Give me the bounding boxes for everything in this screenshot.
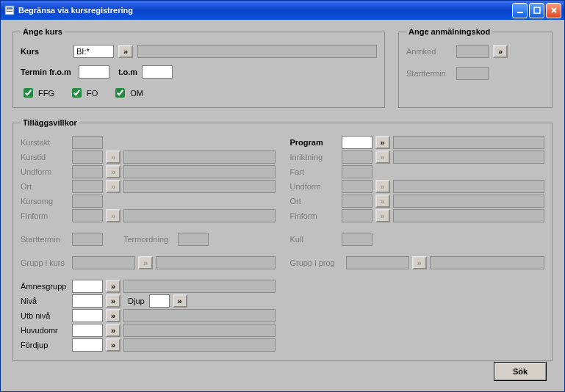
finform-r-picker-button[interactable]: » [375, 209, 390, 222]
kurstid-input [72, 150, 103, 164]
anmkod-label: Anmkod [406, 47, 452, 56]
termin-to-label: t.o.m [118, 68, 137, 76]
fo-checkbox-wrap[interactable]: FO [69, 86, 98, 100]
om-checkbox[interactable] [115, 88, 125, 98]
niva-input[interactable] [72, 294, 103, 308]
finform-picker-button[interactable]: » [106, 209, 120, 222]
search-button[interactable]: Sök [494, 362, 547, 381]
fordjup-input[interactable] [72, 338, 103, 352]
undform-r-label: Undform [290, 182, 339, 191]
ort-input [72, 180, 103, 193]
svg-rect-2 [7, 10, 12, 10]
undform-r-picker-button[interactable]: » [375, 180, 390, 193]
grupp-kurs-picker-button[interactable]: » [138, 256, 153, 269]
grupp-prog-display [430, 256, 545, 269]
ort-display [123, 180, 276, 193]
window: Begränsa via kursregistrering Ange kurs … [0, 0, 565, 392]
minimize-button[interactable] [512, 3, 528, 18]
grupp-prog-label: Grupp i prog [290, 258, 343, 267]
undform-label: Undform [21, 167, 69, 176]
right-column: Program» Inriktning» Fart Undform» Ort» … [290, 136, 545, 353]
inriktning-input [342, 150, 373, 164]
ort-picker-button[interactable]: » [106, 180, 120, 193]
finform-r-display [393, 209, 545, 222]
termin-from-input[interactable] [79, 65, 109, 79]
ange-kurs-group: Ange kurs Kurs » Termin fr.o.m t.o.m FFG… [12, 27, 385, 108]
amnesgrupp-label: Ämnesgrupp [21, 282, 69, 291]
undform-display [123, 165, 276, 178]
window-buttons [512, 3, 561, 18]
fo-label: FO [87, 89, 98, 98]
djup-input[interactable] [149, 294, 170, 308]
starttermin-input [72, 233, 103, 246]
ange-anmkod-legend: Ange anmälningskod [406, 27, 492, 36]
termin-from-label: Termin fr.o.m [21, 68, 71, 76]
tillaggsvillkor-legend: Tilläggsvillkor [21, 118, 79, 127]
fordjup-picker-button[interactable]: » [106, 338, 120, 352]
anmkod-picker-button[interactable]: » [493, 45, 508, 58]
grupp-kurs-label: Grupp i kurs [21, 258, 69, 267]
om-checkbox-wrap[interactable]: OM [112, 86, 143, 100]
niva-picker-button[interactable]: » [106, 294, 120, 308]
niva-label: Nivå [21, 297, 69, 305]
program-label: Program [290, 138, 339, 147]
ffg-checkbox[interactable] [24, 88, 33, 98]
om-label: OM [130, 89, 143, 98]
svg-rect-1 [7, 7, 12, 9]
utbniva-picker-button[interactable]: » [106, 309, 120, 322]
grupp-kurs-display [156, 256, 276, 269]
ffg-checkbox-wrap[interactable]: FFG [21, 86, 54, 100]
grupp-prog-picker-button[interactable]: » [412, 256, 427, 269]
svg-rect-3 [7, 11, 12, 12]
huvudomr-input[interactable] [72, 324, 103, 337]
anmkod-input [456, 45, 489, 58]
kursomg-input [72, 195, 103, 208]
huvudomr-label: Huvudomr [21, 326, 69, 335]
finform-r-label: Finform [290, 211, 339, 220]
inriktning-display [393, 150, 545, 164]
kurstid-display [123, 150, 276, 164]
huvudomr-picker-button[interactable]: » [106, 324, 120, 337]
kurs-picker-button[interactable]: » [118, 45, 133, 58]
titlebar: Begränsa via kursregistrering [1, 1, 564, 20]
kull-label: Kull [290, 235, 339, 244]
svg-rect-5 [534, 7, 540, 13]
finform-display [123, 209, 276, 222]
ffg-label: FFG [38, 89, 54, 98]
fart-input [342, 165, 373, 178]
svg-rect-4 [517, 12, 523, 13]
kurs-input[interactable] [73, 45, 114, 58]
termin-to-input[interactable] [142, 65, 173, 79]
program-picker-button[interactable]: » [375, 136, 390, 149]
program-display [393, 136, 545, 149]
kull-input [342, 233, 373, 246]
ange-anmkod-group: Ange anmälningskod Anmkod » Starttermin [398, 27, 553, 108]
fo-checkbox[interactable] [72, 88, 82, 98]
kursomg-label: Kursomg [21, 197, 69, 206]
finform-r-input [342, 209, 373, 222]
tillaggsvillkor-group: Tilläggsvillkor Kurstakt Kurstid» Undfor… [12, 118, 553, 361]
amnesgrupp-picker-button[interactable]: » [106, 280, 120, 293]
amnesgrupp-input[interactable] [72, 280, 103, 293]
ort-label: Ort [21, 182, 69, 191]
ort-r-label: Ort [290, 197, 339, 206]
kurstid-picker-button[interactable]: » [106, 150, 120, 164]
undform-r-display [393, 180, 545, 193]
utbniva-label: Utb nivå [21, 311, 69, 320]
maximize-button[interactable] [529, 3, 544, 18]
inriktning-picker-button[interactable]: » [375, 150, 390, 164]
program-input[interactable] [342, 136, 373, 149]
ort-r-picker-button[interactable]: » [375, 195, 390, 208]
window-title: Begränsa via kursregistrering [18, 6, 512, 15]
amnesgrupp-display [123, 280, 276, 293]
anm-starttermin-input [456, 67, 489, 80]
kurstid-label: Kurstid [21, 153, 69, 161]
undform-picker-button[interactable]: » [106, 165, 120, 178]
ort-r-input [342, 195, 373, 208]
fart-label: Fart [290, 167, 339, 176]
utbniva-input[interactable] [72, 309, 103, 322]
djup-picker-button[interactable]: » [173, 294, 187, 308]
close-button[interactable] [546, 3, 561, 18]
finform-input [72, 209, 103, 222]
fordjup-display [123, 338, 276, 352]
